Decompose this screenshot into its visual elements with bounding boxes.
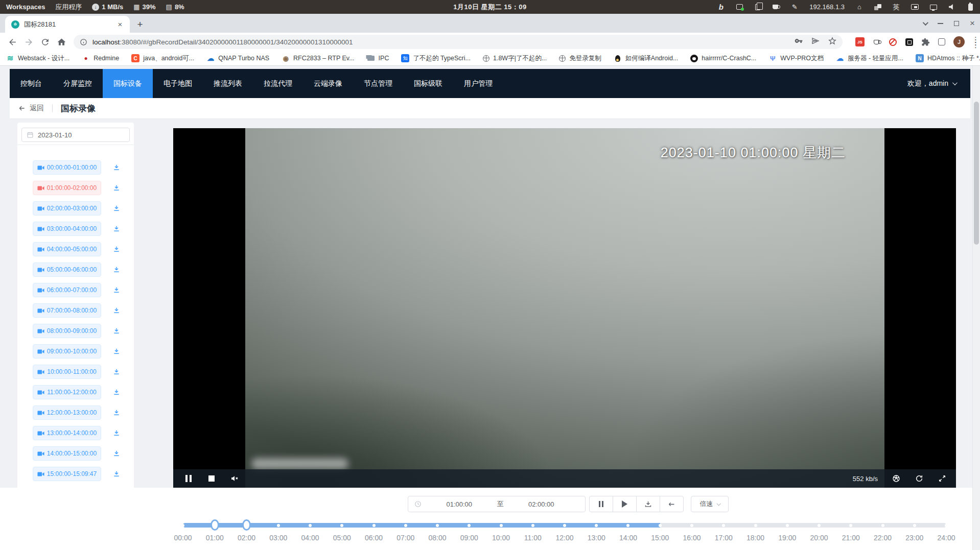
fullscreen-icon[interactable] bbox=[938, 474, 947, 483]
playback-speed-button[interactable]: 倍速 bbox=[691, 496, 729, 512]
nav-item[interactable]: 控制台 bbox=[10, 69, 53, 98]
end-time-input[interactable] bbox=[504, 500, 579, 508]
screenshot-tool-icon[interactable] bbox=[736, 3, 743, 11]
bookmark-item[interactable]: 了不起的 TypeScri... bbox=[401, 54, 471, 63]
recording-chip[interactable]: 05:00:00-06:00:00 bbox=[33, 262, 101, 277]
recording-chip[interactable]: 06:00:00-07:00:00 bbox=[33, 283, 101, 297]
start-time-input[interactable] bbox=[422, 500, 497, 508]
bookmark-item[interactable]: 服务器 - 轻量应用... bbox=[836, 54, 903, 63]
recording-chip[interactable]: 11:00:00-12:00:00 bbox=[33, 385, 101, 399]
timeline-slider[interactable]: 00:0001:0002:0003:0004:0005:0006:0007:00… bbox=[183, 516, 946, 548]
download-recording-button[interactable] bbox=[111, 223, 122, 234]
bookmark-item[interactable]: Webstack - 设计... bbox=[6, 54, 69, 63]
recording-chip[interactable]: 12:00:00-13:00:00 bbox=[33, 405, 101, 420]
share-icon[interactable] bbox=[811, 37, 820, 47]
volume-icon[interactable] bbox=[948, 3, 955, 11]
download-recording-button[interactable] bbox=[111, 244, 122, 255]
window-maximize-button[interactable] bbox=[954, 21, 959, 26]
recording-chip[interactable]: 04:00:00-05:00:00 bbox=[33, 242, 101, 256]
applications-button[interactable]: 应用程序 bbox=[55, 3, 82, 12]
download-recording-button[interactable] bbox=[111, 468, 122, 480]
dual-display-icon[interactable] bbox=[911, 3, 919, 11]
nav-item[interactable]: 国标设备 bbox=[103, 69, 153, 98]
adblock-extension-icon[interactable] bbox=[888, 37, 897, 46]
date-picker[interactable] bbox=[21, 128, 130, 142]
site-info-icon[interactable] bbox=[80, 38, 87, 46]
bookmark-item[interactable]: IPC bbox=[367, 54, 389, 62]
player-stop-icon[interactable] bbox=[207, 474, 216, 483]
download-recording-button[interactable] bbox=[111, 366, 122, 377]
player-pause-icon[interactable] bbox=[184, 474, 193, 483]
browser-menu-icon[interactable]: ⋮⋮⋮ bbox=[972, 38, 975, 46]
download-recording-button[interactable] bbox=[111, 407, 122, 418]
bookmark-item[interactable]: QNAP Turbo NAS bbox=[206, 54, 269, 62]
date-input[interactable] bbox=[38, 131, 125, 139]
window-minimize-button[interactable] bbox=[938, 23, 943, 24]
download-recording-button[interactable] bbox=[111, 346, 122, 357]
bookmark-item[interactable]: java、android可... bbox=[131, 54, 194, 63]
workspace-switcher-icon[interactable] bbox=[874, 3, 881, 11]
new-tab-button[interactable]: + bbox=[134, 18, 146, 31]
reload-button[interactable] bbox=[39, 36, 51, 48]
recording-chip[interactable]: 02:00:00-03:00:00 bbox=[33, 201, 101, 216]
input-method-indicator[interactable]: 英 bbox=[893, 3, 900, 11]
side-panel-icon[interactable] bbox=[937, 37, 946, 46]
download-range-button[interactable] bbox=[636, 496, 660, 512]
recording-chip[interactable]: 08:00:00-09:00:00 bbox=[33, 324, 101, 338]
browser-profile-avatar[interactable]: J bbox=[953, 36, 965, 47]
nav-item[interactable]: 分屏监控 bbox=[53, 69, 103, 98]
dark-square-extension-icon[interactable] bbox=[904, 37, 914, 46]
ip-address[interactable]: 192.168.1.3 bbox=[809, 3, 845, 11]
recording-chip[interactable]: 09:00:00-10:00:00 bbox=[33, 344, 101, 358]
clock[interactable]: 1月10日 星期二 15：09 bbox=[453, 3, 526, 12]
bookmark-item[interactable]: 免登录复制 bbox=[559, 54, 601, 63]
bookmark-item[interactable]: 1.8W字|了不起的... bbox=[483, 54, 547, 63]
download-recording-button[interactable] bbox=[111, 387, 122, 398]
home-icon[interactable]: ⌂ bbox=[856, 3, 863, 11]
nav-item[interactable]: 拉流代理 bbox=[253, 69, 303, 98]
recording-chip[interactable]: 13:00:00-14:00:00 bbox=[33, 426, 101, 440]
battery-icon[interactable] bbox=[967, 3, 974, 11]
nav-item[interactable]: 国标级联 bbox=[403, 69, 453, 98]
recording-chip[interactable]: 10:00:00-11:00:00 bbox=[33, 365, 101, 379]
snapshot-aperture-icon[interactable] bbox=[892, 474, 901, 483]
download-recording-button[interactable] bbox=[111, 264, 122, 275]
clipboard-icon[interactable] bbox=[754, 3, 761, 11]
download-recording-button[interactable] bbox=[111, 182, 122, 194]
flameshot-icon[interactable]: b bbox=[717, 3, 725, 11]
timeline-handle[interactable] bbox=[242, 519, 251, 531]
player-mute-icon[interactable] bbox=[230, 474, 239, 483]
js-extension-icon[interactable]: JS bbox=[855, 37, 865, 46]
monitor-icon[interactable] bbox=[930, 3, 937, 11]
browser-tab[interactable]: 国标28181 × bbox=[5, 16, 130, 33]
timeline-handle[interactable] bbox=[211, 519, 219, 531]
tab-close-icon[interactable]: × bbox=[115, 20, 125, 29]
seek-back-button[interactable] bbox=[660, 496, 684, 512]
bookmark-item[interactable]: RFC2833 – RTP Ev... bbox=[282, 54, 355, 62]
nav-item[interactable]: 推流列表 bbox=[203, 69, 253, 98]
bookmark-star-icon[interactable] bbox=[828, 37, 836, 47]
back-link[interactable]: 返回 bbox=[18, 104, 44, 113]
extensions-puzzle-icon[interactable] bbox=[921, 37, 930, 46]
download-recording-button[interactable] bbox=[111, 203, 122, 214]
home-button[interactable] bbox=[55, 36, 67, 48]
workspaces-button[interactable]: Workspaces bbox=[6, 3, 45, 11]
download-recording-button[interactable] bbox=[111, 427, 122, 439]
download-recording-button[interactable] bbox=[111, 448, 122, 459]
recording-chip[interactable]: 15:00:00-15:09:47 bbox=[33, 467, 101, 481]
bookmark-item[interactable]: WVP-PRO文档 bbox=[768, 54, 824, 63]
recording-chip[interactable]: 14:00:00-15:00:00 bbox=[33, 446, 101, 461]
nav-item[interactable]: 电子地图 bbox=[153, 69, 203, 98]
recording-chip[interactable]: 03:00:00-04:00:00 bbox=[33, 222, 101, 236]
scrollbar-thumb[interactable] bbox=[974, 102, 979, 245]
color-picker-icon[interactable]: ✎ bbox=[791, 3, 798, 11]
tab-search-icon[interactable] bbox=[923, 19, 928, 25]
back-button[interactable] bbox=[6, 36, 18, 48]
bookmark-item[interactable]: HDAtmos :: 种子 *... bbox=[916, 54, 980, 63]
bookmark-item[interactable]: hairrrrr/C-CrashC... bbox=[690, 55, 756, 62]
recording-chip[interactable]: 00:00:00-01:00:00 bbox=[33, 160, 101, 175]
url-bar[interactable]: localhost:38080/#/gbRecordDetail/3402000… bbox=[74, 35, 843, 49]
welcome-menu[interactable]: 欢迎，admin bbox=[907, 69, 970, 98]
download-recording-button[interactable] bbox=[111, 162, 122, 173]
bookmark-item[interactable]: 如何编译Android... bbox=[614, 54, 679, 63]
